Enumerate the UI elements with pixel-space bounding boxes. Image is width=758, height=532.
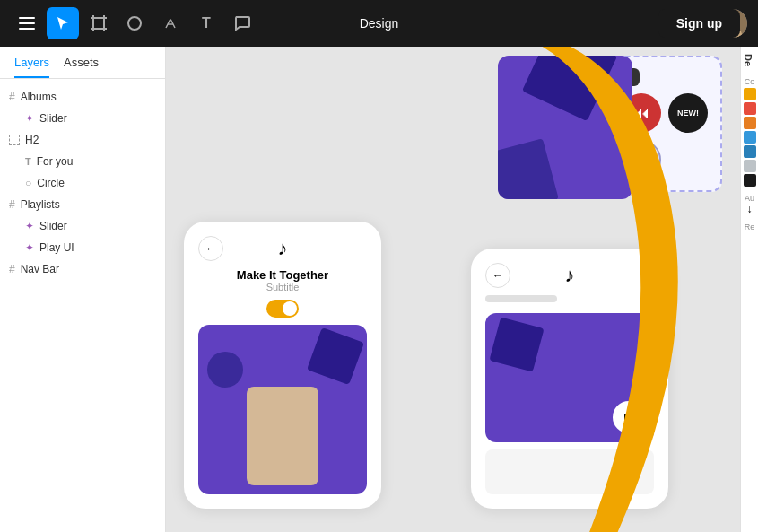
left-panel: Layers Assets # Albums ✦ Slider H2 T F [0, 47, 166, 532]
layer-item-playui[interactable]: ✦ Play UI [0, 237, 165, 258]
circle-tool-icon[interactable] [118, 7, 151, 39]
cursor-icon[interactable] [47, 7, 79, 39]
tab-layers[interactable]: Layers [14, 56, 49, 78]
tab-assets[interactable]: Assets [64, 56, 99, 78]
component-icon-2: ✦ [25, 220, 34, 232]
sign-up-button[interactable]: Sign up [658, 9, 740, 38]
layer-item-navbar[interactable]: # Nav Bar [0, 258, 165, 280]
menu-icon[interactable] [11, 7, 43, 39]
color-section: Co [741, 77, 758, 187]
canvas-card-2: ← ♪ ▶ [471, 249, 668, 509]
panel-tabs: Layers Assets [0, 47, 165, 79]
layer-item-circle[interactable]: ○ Circle [0, 172, 165, 194]
frame-dashed-icon [9, 135, 20, 145]
auto-section: Au ↓ [741, 194, 758, 215]
svg-point-7 [128, 17, 141, 30]
text-icon: T [25, 156, 31, 167]
right-design-panel: De Co Au ↓ Re [740, 47, 758, 532]
circle-icon: ○ [25, 177, 31, 189]
component-icon: ✦ [25, 112, 34, 125]
frame-icon[interactable] [83, 7, 115, 39]
card1-title: Make It Together [198, 268, 367, 282]
comp-new-badge: NEW! [668, 93, 708, 133]
layer-item-slider2[interactable]: ✦ Slider [0, 215, 165, 237]
layer-list: # Albums ✦ Slider H2 T For you ○ Circle [0, 79, 165, 287]
card1-image [198, 325, 367, 494]
card2-image: ▶ [485, 313, 654, 442]
music-logo-icon: ♪ [278, 237, 288, 260]
canvas-card-1: ← ♪ Make It Together Subtitle [184, 222, 381, 509]
comment-tool-icon[interactable] [226, 7, 258, 39]
back-button-1[interactable]: ← [198, 236, 223, 261]
re-section: Re [741, 222, 758, 231]
layer-item-h2[interactable]: H2 [0, 129, 165, 151]
layer-item-playlists[interactable]: # Playlists [0, 194, 165, 215]
card2-bar [485, 295, 557, 302]
music-logo-icon-2: ♪ [565, 264, 575, 287]
hash-icon-3: # [9, 263, 15, 275]
text-tool-icon[interactable]: T [190, 7, 222, 39]
layer-item-slider1[interactable]: ✦ Slider [0, 108, 165, 129]
svg-rect-1 [19, 22, 35, 24]
hero-card-area [498, 56, 632, 199]
layer-item-foryou[interactable]: T For you [0, 151, 165, 172]
svg-rect-0 [19, 17, 35, 19]
toolbar: T Design [0, 0, 758, 47]
layer-item-albums[interactable]: # Albums [0, 86, 165, 108]
main-layout: Layers Assets # Albums ✦ Slider H2 T F [0, 47, 758, 532]
hash-icon-2: # [9, 198, 15, 211]
toggle-1[interactable] [266, 300, 299, 318]
component-icon-3: ✦ [25, 241, 34, 254]
canvas-area[interactable]: ← ♪ Make It Together Subtitle [166, 47, 740, 532]
pen-tool-icon[interactable] [154, 7, 187, 39]
svg-rect-2 [19, 28, 35, 30]
card1-subtitle: Subtitle [198, 282, 367, 292]
design-panel-header: De [741, 47, 755, 74]
back-button-2[interactable]: ← [485, 263, 510, 288]
page-title: Design [360, 16, 399, 31]
hash-icon: # [9, 91, 15, 103]
